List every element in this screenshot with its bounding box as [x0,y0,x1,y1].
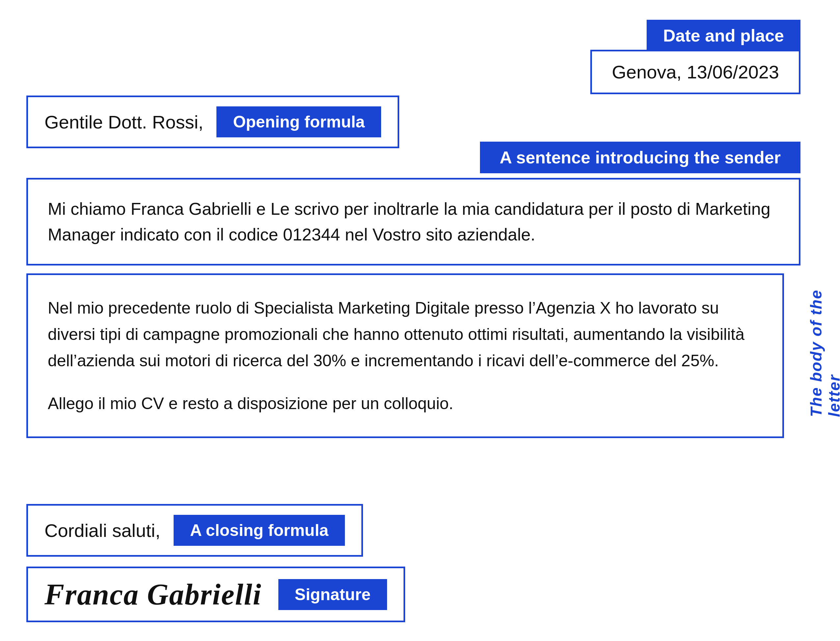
closing-text: Cordiali saluti, [45,520,161,541]
signature-name: Franca Gabrielli [45,577,262,611]
letter-page: Date and place Genova, 13/06/2023 Gentil… [0,0,840,641]
sender-intro-text: Mi chiamo Franca Gabrielli e Le scrivo p… [48,199,771,244]
closing-section: Cordiali saluti, A closing formula [26,504,363,557]
closing-formula-label: A closing formula [174,515,345,546]
body-box: Nel mio precedente ruolo di Specialista … [26,274,784,438]
opening-text: Gentile Dott. Rossi, [45,111,203,133]
body-paragraph-2: Allego il mio CV e resto a disposizione … [48,390,763,417]
date-place-section: Date and place Genova, 13/06/2023 [590,20,800,94]
sender-intro-label: A sentence introducing the sender [480,142,800,173]
sender-intro-box: Mi chiamo Franca Gabrielli e Le scrivo p… [26,178,800,266]
signature-box: Franca Gabrielli Signature [26,567,405,622]
opening-formula-label: Opening formula [216,106,381,137]
sender-label-section: A sentence introducing the sender [480,142,800,173]
date-place-value: Genova, 13/06/2023 [590,50,800,94]
body-paragraph-1: Nel mio precedente ruolo di Specialista … [48,295,763,374]
opening-section: Gentile Dott. Rossi, Opening formula [26,95,399,148]
closing-box: Cordiali saluti, A closing formula [26,504,363,557]
signature-label: Signature [278,579,388,610]
opening-box: Gentile Dott. Rossi, Opening formula [26,95,399,148]
signature-section: Franca Gabrielli Signature [26,567,405,622]
body-vertical-label: The body of the letter [807,274,840,417]
date-place-label: Date and place [647,20,800,52]
